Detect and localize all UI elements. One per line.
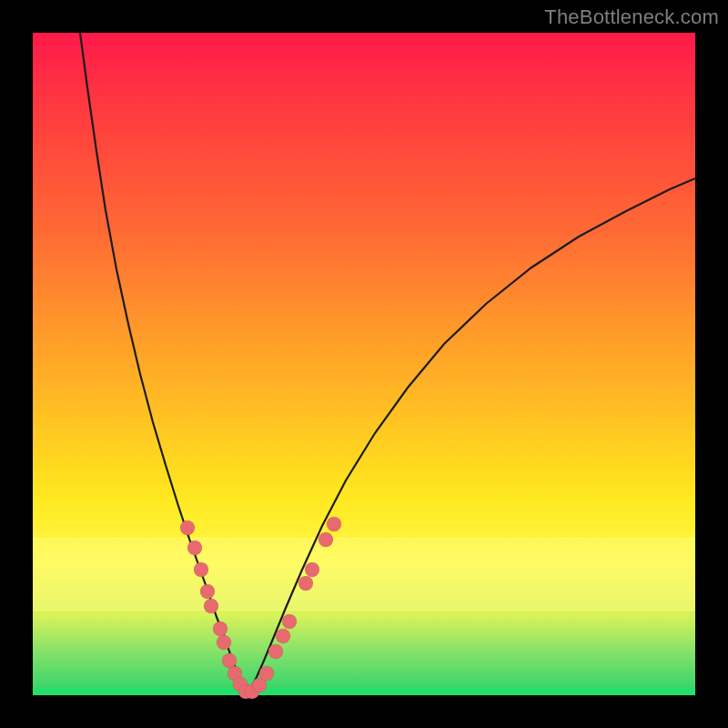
watermark-text: TheBottleneck.com: [544, 5, 719, 29]
highlighted-points-group: [180, 517, 341, 699]
highlighted-point: [222, 653, 237, 668]
highlighted-point: [194, 562, 208, 577]
highlighted-point: [213, 622, 228, 636]
highlighted-point: [305, 562, 319, 577]
highlighted-point: [200, 584, 215, 599]
highlighted-point: [276, 629, 290, 643]
chart-frame: TheBottleneck.com: [0, 0, 728, 728]
curve-left-branch: [80, 33, 248, 693]
highlighted-point: [327, 517, 341, 531]
highlighted-point: [318, 532, 333, 547]
highlighted-point: [298, 576, 313, 591]
chart-plot-area: [33, 33, 695, 695]
highlighted-point: [180, 521, 195, 535]
highlighted-point: [282, 614, 297, 629]
highlighted-point: [217, 635, 231, 650]
highlighted-point: [204, 599, 218, 613]
chart-svg: [33, 33, 695, 695]
curve-right-branch: [248, 178, 695, 693]
highlighted-point: [268, 644, 283, 659]
highlighted-point: [187, 541, 202, 555]
highlighted-point: [259, 666, 274, 681]
